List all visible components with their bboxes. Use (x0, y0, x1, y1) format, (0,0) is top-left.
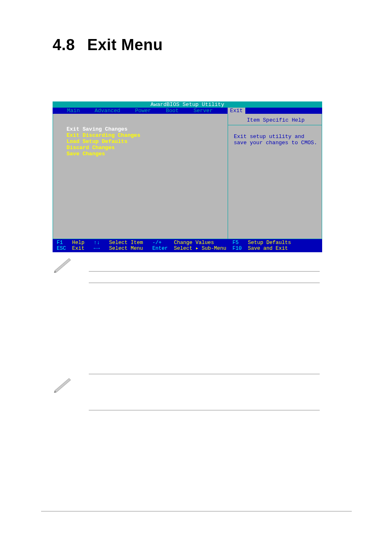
page-footer-rule (41, 511, 352, 511)
key-f10: F10 (233, 246, 242, 251)
note-rule (89, 283, 320, 283)
bios-menubar: Main Advanced Power Boot Server Exit (53, 108, 322, 114)
bios-help-pane: Item Specific Help Exit setup utility an… (228, 114, 322, 239)
tab-exit[interactable]: Exit (228, 108, 245, 114)
note-rule (89, 271, 320, 272)
help-text: Exit setup utility and save your changes… (234, 134, 318, 146)
tab-power[interactable]: Power (135, 108, 151, 114)
menu-item-save-changes[interactable]: Save Changes (67, 151, 228, 157)
menu-item-exit-saving[interactable]: Exit Saving Changes (67, 126, 127, 132)
key-lr: ←→ (94, 246, 100, 251)
bios-body: Exit Saving Changes Exit Discarding Chan… (53, 114, 322, 239)
label-help: Help (72, 240, 85, 246)
help-divider (228, 125, 322, 125)
key-esc: ESC (57, 246, 66, 251)
label-exit: Exit (72, 246, 85, 251)
bios-footer: F1 Help ↑↓ Select Item -/+ Change Values… (53, 239, 322, 252)
key-updn: ↑↓ (94, 240, 100, 246)
key-enter: Enter (152, 246, 168, 251)
menu-item-exit-discarding[interactable]: Exit Discarding Changes (67, 132, 228, 138)
pen-icon (53, 376, 73, 393)
key-pm: -/+ (152, 240, 162, 246)
pen-icon (53, 256, 73, 273)
help-title: Item Specific Help (234, 117, 318, 123)
key-f5: F5 (233, 240, 239, 246)
section-number: 4.8 (53, 36, 75, 53)
bios-left-pane: Exit Saving Changes Exit Discarding Chan… (53, 114, 228, 239)
label-select-menu: Select Menu (109, 246, 143, 251)
section-title-text: Exit Menu (87, 36, 163, 53)
note-rule (89, 410, 320, 410)
tab-boot[interactable]: Boot (166, 108, 179, 114)
label-change-values: Change Values (174, 240, 214, 246)
label-setup-defaults: Setup Defaults (248, 240, 291, 246)
note-rule (89, 374, 320, 374)
tab-advanced[interactable]: Advanced (95, 108, 120, 114)
section-heading: 4.8Exit Menu (53, 36, 163, 54)
bios-title: AwardBIOS Setup Utility (53, 101, 322, 108)
menu-item-discard-changes[interactable]: Discard Changes (67, 145, 228, 151)
tab-server[interactable]: Server (194, 108, 213, 114)
label-select-sub: Select ▸ Sub-Menu (174, 246, 226, 251)
key-f1: F1 (57, 240, 63, 246)
bios-screenshot: AwardBIOS Setup Utility Main Advanced Po… (53, 101, 322, 252)
label-save-exit: Save and Exit (248, 246, 288, 251)
tab-main[interactable]: Main (67, 108, 80, 114)
label-select-item: Select Item (109, 240, 143, 246)
menu-item-load-defaults[interactable]: Load Setup Defaults (67, 138, 228, 145)
